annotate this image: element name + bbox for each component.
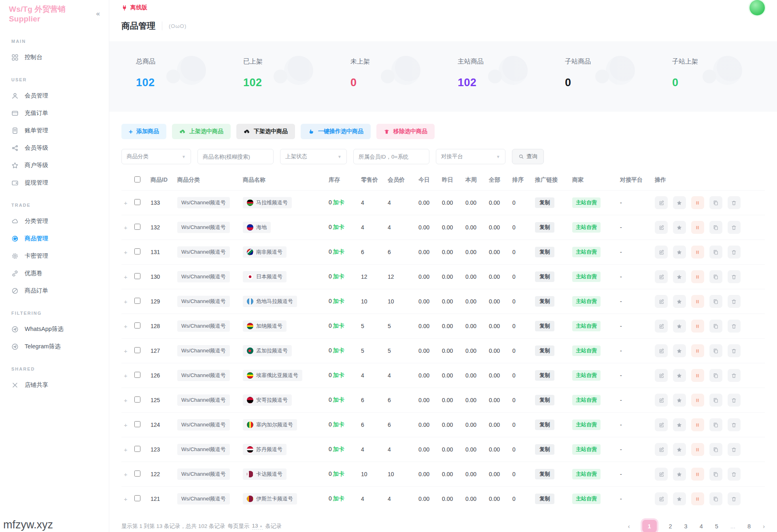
user-avatar[interactable] bbox=[749, 0, 765, 15]
copy-link-button[interactable]: 复制 bbox=[535, 469, 554, 479]
pause-button[interactable] bbox=[691, 443, 704, 456]
pause-button[interactable] bbox=[691, 344, 704, 357]
edit-button[interactable] bbox=[655, 246, 668, 259]
expand-row-icon[interactable]: + bbox=[121, 339, 132, 363]
copy-button[interactable] bbox=[709, 320, 722, 333]
pause-button[interactable] bbox=[691, 492, 704, 505]
copy-link-button[interactable]: 复制 bbox=[535, 197, 554, 208]
copy-button[interactable] bbox=[709, 468, 722, 481]
copy-link-button[interactable]: 复制 bbox=[535, 222, 554, 233]
edit-button[interactable] bbox=[655, 221, 668, 234]
sidebar-item-dashboard[interactable]: 控制台 bbox=[0, 49, 109, 66]
star-button[interactable] bbox=[673, 270, 686, 283]
edit-button[interactable] bbox=[655, 468, 668, 481]
copy-link-button[interactable]: 复制 bbox=[535, 296, 554, 307]
edit-button[interactable] bbox=[655, 295, 668, 308]
row-checkbox[interactable] bbox=[134, 495, 140, 501]
expand-row-icon[interactable]: + bbox=[121, 437, 132, 462]
row-checkbox[interactable] bbox=[134, 273, 140, 279]
star-button[interactable] bbox=[673, 394, 686, 407]
row-checkbox[interactable] bbox=[134, 347, 140, 353]
pause-button[interactable] bbox=[691, 270, 704, 283]
delete-button[interactable] bbox=[728, 246, 741, 259]
row-checkbox[interactable] bbox=[134, 421, 140, 427]
sidebar-item-members[interactable]: 会员管理 bbox=[0, 87, 109, 104]
member-id-input[interactable] bbox=[353, 149, 429, 164]
expand-row-icon[interactable]: + bbox=[121, 191, 132, 215]
one-key-operate-button[interactable]: 一键操作选中商品 bbox=[301, 124, 371, 139]
copy-button[interactable] bbox=[709, 369, 722, 382]
sidebar-item-recharge-orders[interactable]: 充值订单 bbox=[0, 104, 109, 122]
search-button[interactable]: 查询 bbox=[512, 149, 544, 164]
page-size-select[interactable]: 13 ▲ bbox=[252, 523, 263, 530]
add-product-button[interactable]: + 添加商品 bbox=[121, 124, 166, 139]
edit-button[interactable] bbox=[655, 492, 668, 505]
star-button[interactable] bbox=[673, 468, 686, 481]
sidebar-item-merchant-levels[interactable]: 商户等级 bbox=[0, 157, 109, 174]
edit-button[interactable] bbox=[655, 344, 668, 357]
delete-button[interactable] bbox=[728, 394, 741, 407]
sidebar-item-member-levels[interactable]: 会员等级 bbox=[0, 139, 109, 157]
pause-button[interactable] bbox=[691, 221, 704, 234]
edit-button[interactable] bbox=[655, 196, 668, 209]
platform-select[interactable]: 对接平台 ▼ bbox=[436, 149, 505, 164]
row-checkbox[interactable] bbox=[134, 322, 140, 329]
expand-row-icon[interactable]: + bbox=[121, 289, 132, 314]
prev-page-button[interactable]: ‹ bbox=[628, 523, 630, 530]
sidebar-item-telegram-filter[interactable]: Telegram筛选 bbox=[0, 338, 109, 355]
sidebar-collapse-icon[interactable]: « bbox=[96, 10, 100, 18]
copy-button[interactable] bbox=[709, 443, 722, 456]
remove-selected-button[interactable]: 移除选中商品 bbox=[376, 124, 435, 139]
sidebar-item-product-orders[interactable]: 商品订单 bbox=[0, 282, 109, 299]
copy-link-button[interactable]: 复制 bbox=[535, 321, 554, 331]
star-button[interactable] bbox=[673, 295, 686, 308]
edit-button[interactable] bbox=[655, 443, 668, 456]
pause-button[interactable] bbox=[691, 369, 704, 382]
select-all-checkbox[interactable] bbox=[134, 176, 140, 182]
copy-button[interactable] bbox=[709, 344, 722, 357]
row-checkbox[interactable] bbox=[134, 224, 140, 230]
expand-row-icon[interactable]: + bbox=[121, 462, 132, 487]
copy-button[interactable] bbox=[709, 221, 722, 234]
delete-button[interactable] bbox=[728, 196, 741, 209]
copy-link-button[interactable]: 复制 bbox=[535, 494, 554, 504]
pause-button[interactable] bbox=[691, 418, 704, 431]
row-checkbox[interactable] bbox=[134, 471, 140, 477]
star-button[interactable] bbox=[673, 418, 686, 431]
sidebar-item-withdrawals[interactable]: 提现管理 bbox=[0, 174, 109, 191]
expand-row-icon[interactable]: + bbox=[121, 388, 132, 413]
page-button-5[interactable]: 5 bbox=[715, 523, 718, 530]
edit-button[interactable] bbox=[655, 270, 668, 283]
copy-link-button[interactable]: 复制 bbox=[535, 420, 554, 430]
row-checkbox[interactable] bbox=[134, 298, 140, 304]
star-button[interactable] bbox=[673, 320, 686, 333]
page-button-2[interactable]: 2 bbox=[669, 523, 672, 530]
copy-link-button[interactable]: 复制 bbox=[535, 395, 554, 405]
sidebar-item-bills[interactable]: 账单管理 bbox=[0, 122, 109, 139]
row-checkbox[interactable] bbox=[134, 446, 140, 452]
sidebar-item-products[interactable]: 商品管理 bbox=[0, 230, 109, 247]
copy-button[interactable] bbox=[709, 492, 722, 505]
copy-button[interactable] bbox=[709, 246, 722, 259]
expand-row-icon[interactable]: + bbox=[121, 363, 132, 388]
category-filter-select[interactable]: 商品分类 ▼ bbox=[121, 149, 191, 164]
offline-version-badge[interactable]: 离线版 bbox=[121, 4, 147, 11]
sidebar-item-shop-sharing[interactable]: 店铺共享 bbox=[0, 376, 109, 394]
pause-button[interactable] bbox=[691, 295, 704, 308]
edit-button[interactable] bbox=[655, 418, 668, 431]
sidebar-item-card-secrets[interactable]: 卡密管理 bbox=[0, 247, 109, 265]
copy-link-button[interactable]: 复制 bbox=[535, 247, 554, 257]
delete-button[interactable] bbox=[728, 443, 741, 456]
delete-button[interactable] bbox=[728, 221, 741, 234]
expand-row-icon[interactable]: + bbox=[121, 413, 132, 437]
copy-link-button[interactable]: 复制 bbox=[535, 370, 554, 381]
row-checkbox[interactable] bbox=[134, 248, 140, 254]
page-button-3[interactable]: 3 bbox=[684, 523, 688, 530]
expand-row-icon[interactable]: + bbox=[121, 314, 132, 339]
pause-button[interactable] bbox=[691, 468, 704, 481]
copy-button[interactable] bbox=[709, 196, 722, 209]
expand-row-icon[interactable]: + bbox=[121, 265, 132, 289]
row-checkbox[interactable] bbox=[134, 372, 140, 378]
next-page-button[interactable]: › bbox=[763, 523, 765, 530]
edit-button[interactable] bbox=[655, 320, 668, 333]
